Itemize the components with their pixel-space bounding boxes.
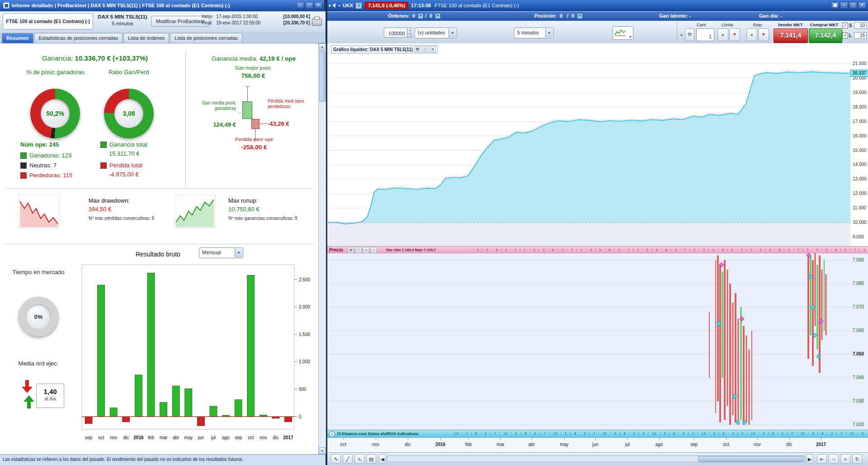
zoom-out-icon[interactable]: − [829, 454, 839, 464]
avg-loss-label: Pérdida med opes perdedoras [268, 99, 309, 109]
chevron-down-icon[interactable]: ▼ [235, 248, 242, 257]
close-button[interactable]: × [858, 2, 866, 9]
tab-lista-de-rdenes[interactable]: Lista de órdenes [123, 33, 169, 43]
horizontal-scrollbar[interactable] [387, 456, 805, 462]
quantity-stepper[interactable]: ▲▼ [407, 28, 413, 37]
close-button[interactable]: × [314, 2, 322, 9]
trading-titlebar[interactable]: ▼ UKX i 7.141,9 (-0,46%) 17:13:08 FTSE 1… [327, 0, 868, 11]
settings-gear-icon[interactable]: + [577, 13, 583, 19]
checkbox-icon[interactable]: ✓ [842, 33, 848, 38]
buy-market-button[interactable]: 7.142,4 [809, 28, 842, 43]
pane-settings-icon[interactable]: ⚒ [414, 46, 420, 52]
pane-close-icon[interactable]: × [363, 247, 369, 253]
worst-trade-label: Perdida peor ope [216, 137, 292, 142]
zoom-in-icon[interactable]: + [840, 454, 850, 464]
equity-axis-label: 13.000 [853, 176, 868, 181]
scrollbar-thumb[interactable] [319, 51, 326, 102]
add-indicator-icon[interactable]: + [371, 247, 377, 253]
worst-trade-value: -258,00 € [216, 144, 292, 151]
settings-gear-icon[interactable]: + [435, 13, 441, 19]
refresh-icon[interactable]: ↻ [852, 454, 862, 464]
timeframe-select-value: 5 minutos [517, 30, 539, 35]
chevron-down-icon[interactable]: ▼ [338, 4, 341, 7]
indicators-icon[interactable]: ∿ [354, 454, 364, 464]
pane-popup-icon[interactable]: □ [422, 46, 428, 52]
trendline-tool-icon[interactable]: ╱ [343, 454, 353, 464]
limit-row: ✓ L 15 [842, 32, 868, 39]
tab-resumen[interactable]: Resumen [2, 33, 33, 43]
pane-close-icon[interactable]: × [429, 46, 436, 52]
pane-settings-icon[interactable]: ⚒ [348, 247, 354, 253]
layout-icon[interactable]: ▤ [366, 454, 376, 464]
x-axis-label: nov [748, 442, 766, 447]
equity-axis-label: 14.000 [853, 162, 868, 167]
stop-header: Stop [746, 22, 768, 27]
svg-text:jun: jun [198, 435, 204, 440]
svg-text:jul: jul [211, 435, 216, 440]
pane-popup-icon[interactable]: □ [355, 247, 362, 253]
print-icon[interactable] [312, 19, 322, 26]
s-value-input[interactable]: 10 [854, 22, 867, 29]
buy-limit-button[interactable]: ▲ [717, 28, 728, 41]
price-ruler: ' 3 ¦ 5 ' 8 ¦ 2 ' 7 ¦ 1 ' 3 ¦ 5 ' 8 ¦ 2 … [472, 248, 867, 252]
scroll-down-button[interactable]: ▼ [319, 447, 326, 454]
scrollbar-thumb[interactable] [698, 456, 804, 462]
go-to-start-icon[interactable]: ⇤ [817, 454, 827, 464]
svg-text:mar: mar [160, 435, 168, 440]
chart-toolbar: ▲▼ (x) unidades ▼ 5 minutos ▼ ▼ ◂ ⚒ Cant… [327, 21, 868, 44]
volume-icon[interactable] [329, 3, 335, 9]
equity-chart-pane[interactable] [327, 43, 868, 247]
minimize-button[interactable]: – [296, 2, 304, 9]
svg-text:ago: ago [222, 435, 230, 440]
sell-limit-button[interactable]: ▼ [729, 28, 740, 41]
modify-probacktest-button[interactable]: Modificar ProBacktest [151, 16, 209, 27]
equity-pane-header[interactable]: Gráfico liquidez: DAX 5 MIN TSL5(11) ⚒ □… [331, 45, 438, 53]
report-tabs: ResumenEstadísticas de posiciones cerrad… [0, 32, 326, 43]
scroll-right-button[interactable]: ▶ [806, 454, 813, 464]
scroll-left-button[interactable]: ◀ [379, 454, 386, 464]
order-settings-icon[interactable]: ⚒ [685, 28, 694, 41]
sell-stop-button[interactable]: ▼ [758, 28, 769, 41]
price-pane-header-strip[interactable]: Precio ⚒ □ × + Día: Alto 7.182,4 Bajo 7.… [327, 246, 868, 253]
max-consecutive-wins: Nº máx ganancias consecutivas: 9 [228, 216, 297, 221]
arrow-right-icon: → [237, 109, 241, 114]
avg-win-value: 124,49 € [187, 121, 236, 128]
day-high-low: Día: Alto 7.182,4 Bajo 7.129,7 [386, 248, 436, 252]
maximize-button[interactable]: □ [305, 2, 313, 9]
price-chart-pane[interactable] [327, 253, 868, 430]
x-axis-label: jun [586, 442, 604, 447]
time-axis[interactable]: octnovdic2016febmarabrmayjunjulagosepoct… [327, 437, 868, 453]
units-select[interactable]: (x) unidades ▼ [415, 28, 457, 38]
report-titlebar[interactable]: ▦ Informe detallado | ProBacktest | DAX … [0, 0, 324, 11]
separator: / [567, 13, 568, 19]
chart-style-button[interactable]: ▼ [613, 26, 633, 40]
instrument-tab[interactable]: FTSE 100 al contado (E1 Contrato) (-) [3, 13, 93, 29]
tab-estad-sticas-de-posiciones-cerradas[interactable]: Estadísticas de posiciones cerradas [34, 33, 123, 43]
info-icon[interactable]: i [355, 2, 362, 9]
info-icon[interactable]: i [329, 431, 335, 437]
draw-tool-icon[interactable]: ✎ [331, 454, 341, 464]
cant-input[interactable] [696, 28, 714, 41]
maximize-button[interactable]: □ [849, 2, 857, 9]
dashed-connector [260, 123, 267, 124]
timeframe-select[interactable]: 5 minutos ▼ [514, 28, 554, 38]
minimize-button[interactable]: – [840, 2, 848, 9]
layout-grid-icon[interactable]: ▦ [831, 2, 839, 9]
collapse-panel-icon[interactable]: ◂ [679, 28, 684, 41]
sell-market-button[interactable]: 7.141,4 [774, 28, 808, 43]
gain-loss-ratio-label: Ratio Gan/Perd [98, 69, 160, 76]
tab-lista-de-posiciones-cerradas[interactable]: Lista de posiciones cerradas [170, 33, 242, 43]
checkbox-icon[interactable]: ✓ [842, 23, 848, 28]
scroll-up-button[interactable]: ▲ [319, 43, 326, 50]
vertical-scrollbar[interactable]: ▲ ▼ [318, 43, 326, 454]
orders-value: 0 [412, 13, 415, 19]
period-select[interactable]: Mensual ▼ [199, 247, 243, 258]
chevron-down-icon[interactable]: ▼ [448, 28, 456, 38]
chevron-down-icon[interactable]: ▼ [545, 28, 553, 38]
buy-stop-button[interactable]: ▲ [746, 28, 757, 41]
gross-result-title: Resultado bruto [136, 251, 180, 258]
l-value-input[interactable]: 15 [854, 32, 867, 39]
settings-gear-icon[interactable]: + [418, 13, 424, 19]
price-axis-label: 7.090 [853, 257, 868, 262]
x-axis-label: feb [459, 442, 477, 447]
